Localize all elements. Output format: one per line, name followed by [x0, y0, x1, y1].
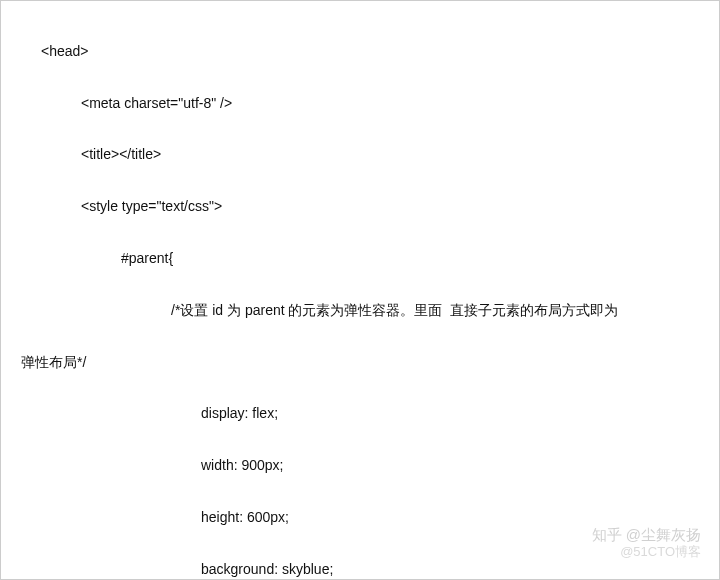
code-line: display: flex; — [1, 401, 719, 427]
code-block: <head> <meta charset="utf-8" /> <title><… — [1, 1, 719, 580]
code-comment-line2: 弹性布局*/ — [1, 350, 719, 376]
code-line: <title></title> — [1, 142, 719, 168]
code-comment-line1: /*设置 id 为 parent 的元素为弹性容器。里面 直接子元素的布局方式即… — [1, 298, 719, 324]
code-line: <style type="text/css"> — [1, 194, 719, 220]
code-line: <meta charset="utf-8" /> — [1, 91, 719, 117]
code-line: height: 600px; — [1, 505, 719, 531]
code-line: <head> — [1, 39, 719, 65]
code-line: #parent{ — [1, 246, 719, 272]
code-line: width: 900px; — [1, 453, 719, 479]
code-line: background: skyblue; — [1, 557, 719, 580]
